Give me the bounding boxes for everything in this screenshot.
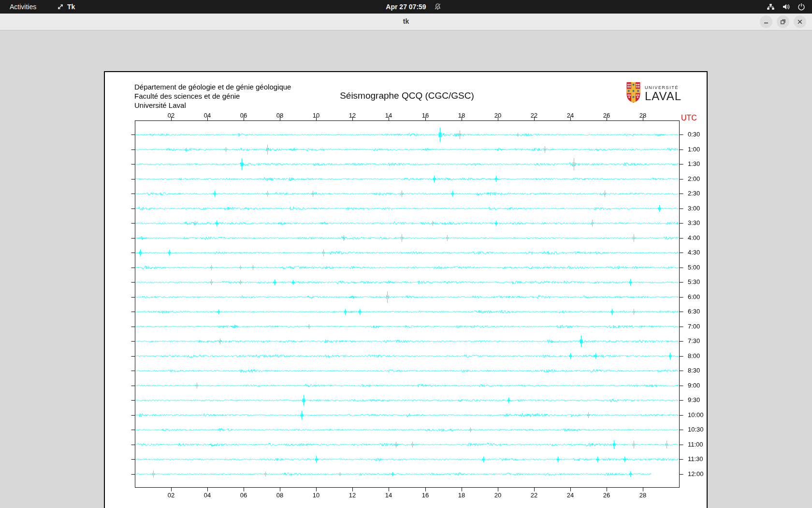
institution-line: Université Laval (134, 101, 291, 110)
utc-time-label: 4:30 (688, 249, 700, 256)
top-bar: Activities Tk Apr 27 07:59 (0, 0, 812, 14)
universite-laval-logo: UNIVERSITÉ LAVAL (626, 82, 682, 105)
utc-time-label: 0:30 (688, 131, 700, 138)
network-icon (767, 3, 775, 11)
seismograph-frame: Département de géologie et de génie géol… (104, 71, 708, 508)
x-tick-label-top: 14 (385, 112, 392, 119)
app-menu[interactable]: Tk (57, 0, 75, 14)
x-tick-label-bottom: 20 (494, 492, 501, 499)
chart-title: Séismographe QCQ (CGC/GSC) (135, 90, 679, 101)
x-tick-label-top: 22 (531, 112, 537, 119)
x-tick-label-bottom: 16 (422, 492, 429, 499)
x-tick-label-bottom: 02 (168, 492, 174, 499)
utc-time-label: 8:30 (688, 367, 700, 374)
clock[interactable]: Apr 27 07:59 (386, 0, 426, 14)
x-tick-label-top: 18 (458, 112, 465, 119)
x-tick-label-top: 08 (276, 112, 283, 119)
clock-label: Apr 27 07:59 (386, 3, 426, 11)
volume-icon (782, 3, 790, 11)
utc-time-label: 7:00 (688, 323, 700, 330)
activities-button[interactable]: Activities (10, 0, 36, 14)
x-tick-label-bottom: 22 (531, 492, 537, 499)
desktop: Activities Tk Apr 27 07:59 (0, 0, 812, 508)
utc-time-label: 11:30 (688, 455, 703, 463)
window-body: Département de géologie et de génie géol… (0, 30, 812, 508)
x-tick-label-bottom: 06 (240, 492, 247, 499)
utc-time-label: 10:30 (688, 426, 704, 433)
utc-time-label: 3:00 (688, 205, 700, 212)
utc-time-label: 3:30 (688, 219, 700, 226)
utc-time-label: 5:00 (688, 264, 700, 271)
utc-time-label: 2:00 (688, 175, 700, 182)
utc-time-label: 9:30 (688, 396, 700, 403)
x-tick-label-bottom: 04 (204, 492, 211, 499)
utc-time-label: 4:00 (688, 234, 700, 241)
x-tick-label-top: 20 (494, 112, 501, 119)
x-tick-label-top: 16 (422, 112, 429, 119)
x-tick-label-top: 04 (204, 112, 211, 119)
utc-time-label: 12:00 (688, 470, 704, 478)
window-title: tk (0, 17, 812, 25)
notifications-muted-icon (434, 3, 441, 10)
x-tick-label-top: 02 (168, 112, 174, 119)
utc-time-label: 11:00 (688, 441, 703, 448)
utc-time-label: 6:00 (688, 293, 700, 300)
system-status-area[interactable] (767, 0, 805, 14)
x-tick-label-bottom: 12 (349, 492, 356, 499)
x-tick-label-top: 24 (567, 112, 574, 119)
utc-time-label: 6:30 (688, 308, 700, 315)
utc-axis-title: UTC (681, 114, 697, 122)
x-tick-label-bottom: 14 (385, 492, 392, 499)
x-tick-label-bottom: 18 (458, 492, 465, 499)
utc-time-label: 9:00 (688, 382, 700, 389)
app-menu-label: Tk (67, 3, 75, 11)
laval-shield-icon (626, 82, 641, 105)
x-tick-label-bottom: 10 (313, 492, 319, 499)
maximize-button[interactable] (777, 15, 789, 28)
window-title-bar[interactable]: tk (0, 14, 812, 30)
power-icon (798, 3, 805, 11)
x-tick-label-bottom: 26 (603, 492, 610, 499)
x-tick-label-bottom: 24 (567, 492, 574, 499)
x-tick-label-top: 10 (313, 112, 319, 119)
utc-time-label: 10:00 (688, 411, 704, 418)
x-tick-label-top: 06 (240, 112, 247, 119)
utc-time-label: 7:30 (688, 337, 700, 344)
x-tick-label-top: 28 (639, 112, 646, 119)
x-tick-label-top: 12 (349, 112, 356, 119)
minimize-button[interactable] (760, 15, 772, 28)
utc-time-label: 5:30 (688, 278, 700, 285)
logo-laval-label: LAVAL (645, 90, 682, 102)
utc-time-label: 2:30 (688, 190, 700, 197)
utc-time-label: 8:00 (688, 352, 700, 359)
seismograph-canvas (105, 72, 707, 508)
utc-time-label: 1:00 (688, 146, 700, 153)
tk-icon (57, 3, 64, 10)
x-tick-label-bottom: 28 (639, 492, 646, 499)
utc-time-label: 1:30 (688, 160, 700, 167)
close-button[interactable] (794, 15, 806, 28)
x-tick-label-bottom: 08 (276, 492, 283, 499)
x-tick-label-top: 26 (603, 112, 610, 119)
